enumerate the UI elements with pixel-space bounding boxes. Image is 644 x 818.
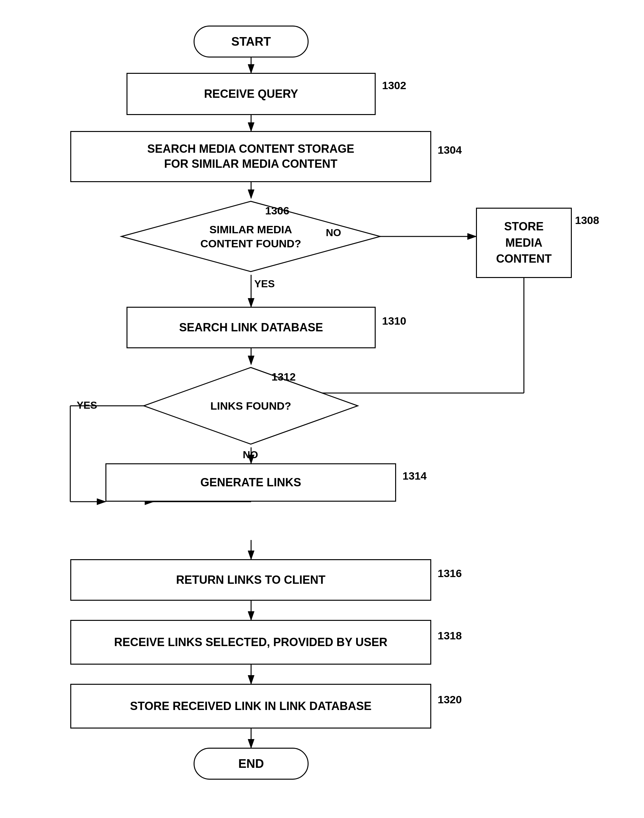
similar-media-diamond: SIMILAR MEDIA CONTENT FOUND? [118,198,383,275]
generate-links-label: GENERATE LINKS [200,476,301,489]
yes-label-1312: YES [77,399,97,411]
end-shape: END [193,748,308,780]
receive-links-selected-label: RECEIVE LINKS SELECTED, PROVIDED BY USER [114,635,388,649]
end-label: END [238,757,264,771]
start-shape: START [193,26,308,58]
store-received-link-box: STORE RECEIVED LINK IN LINK DATABASE [70,684,431,729]
search-media-box: SEARCH MEDIA CONTENT STORAGE FOR SIMILAR… [70,131,431,182]
return-links-box: RETURN LINKS TO CLIENT [70,559,431,601]
ref-1304: 1304 [438,144,462,156]
receive-query-box: RECEIVE QUERY [127,73,376,115]
yes-label-1306: YES [254,278,275,290]
search-media-label: SEARCH MEDIA CONTENT STORAGE FOR SIMILAR… [147,141,354,172]
generate-links-box: GENERATE LINKS [106,463,396,502]
ref-1316: 1316 [438,567,462,580]
store-received-link-label: STORE RECEIVED LINK IN LINK DATABASE [130,700,371,713]
ref-1306: 1306 [265,204,290,217]
flowchart: START RECEIVE QUERY 1302 SEARCH MEDIA CO… [0,0,644,818]
store-media-label: STORE MEDIA CONTENT [496,219,552,267]
return-links-label: RETURN LINKS TO CLIENT [176,573,325,587]
no-label-1306: NO [326,227,341,239]
search-link-db-label: SEARCH LINK DATABASE [179,321,323,334]
ref-1320: 1320 [438,694,462,706]
ref-1308: 1308 [575,214,599,227]
links-found-diamond: LINKS FOUND? [141,364,361,447]
ref-1310: 1310 [382,315,406,327]
no-label-1312: NO [243,449,258,461]
store-media-box: STORE MEDIA CONTENT [476,208,572,278]
similar-media-found-label: SIMILAR MEDIA CONTENT FOUND? [200,223,301,250]
search-link-db-box: SEARCH LINK DATABASE [127,307,376,348]
ref-1318: 1318 [438,629,462,642]
start-label: START [231,35,271,49]
ref-1312: 1312 [271,371,296,383]
ref-1314: 1314 [403,470,427,482]
links-found-label: LINKS FOUND? [210,399,291,413]
ref-1302: 1302 [382,79,406,92]
receive-query-label: RECEIVE QUERY [204,87,298,101]
receive-links-selected-box: RECEIVE LINKS SELECTED, PROVIDED BY USER [70,620,431,665]
